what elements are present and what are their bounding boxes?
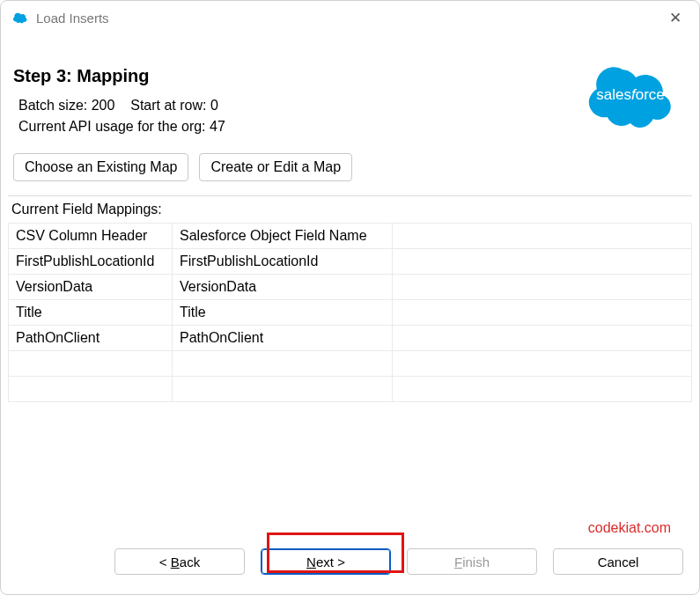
choose-existing-map-button[interactable]: Choose an Existing Map [13, 153, 188, 181]
cancel-button[interactable]: Cancel [553, 548, 683, 575]
stats-block: Batch size: 200 Start at row: 0 Current … [18, 95, 578, 137]
close-icon[interactable]: ✕ [662, 5, 689, 31]
start-value: 0 [210, 98, 218, 113]
table-row[interactable]: VersionDataVersionData [9, 275, 692, 300]
salesforce-cloud-icon [11, 11, 29, 24]
divider [8, 195, 692, 196]
batch-value: 200 [92, 98, 115, 113]
api-label: Current API usage for the org: [18, 119, 206, 134]
step-title: Step 3: Mapping [13, 66, 578, 86]
mappings-label: Current Field Mappings: [8, 202, 692, 223]
table-row[interactable] [9, 377, 692, 402]
window-title: Load Inserts [36, 11, 109, 26]
svg-text:salesforce: salesforce [596, 86, 665, 103]
api-value: 47 [210, 119, 225, 134]
table-row[interactable]: PathOnClientPathOnClient [9, 326, 692, 351]
create-edit-map-button[interactable]: Create or Edit a Map [199, 153, 352, 181]
next-button[interactable]: Next > [261, 548, 391, 575]
table-row[interactable]: FirstPublishLocationIdFirstPublishLocati… [9, 249, 692, 275]
table-row[interactable] [9, 351, 692, 377]
finish-button: Finish [407, 548, 537, 575]
batch-label: Batch size: [18, 98, 87, 113]
start-label: Start at row: [130, 98, 206, 113]
mappings-table: CSV Column HeaderSalesforce Object Field… [8, 223, 692, 402]
salesforce-logo: salesforce [578, 57, 683, 134]
footer-nav: < Back Next > Finish Cancel [8, 536, 692, 587]
watermark: codekiat.com [8, 513, 692, 536]
back-button[interactable]: < Back [114, 548, 245, 575]
col-header-sf: Salesforce Object Field Name [173, 224, 393, 249]
dialog-window: Load Inserts ✕ Step 3: Mapping Batch siz… [0, 0, 700, 595]
col-header-csv: CSV Column Header [9, 224, 173, 249]
titlebar: Load Inserts ✕ [1, 1, 699, 34]
table-row[interactable]: TitleTitle [9, 300, 692, 326]
